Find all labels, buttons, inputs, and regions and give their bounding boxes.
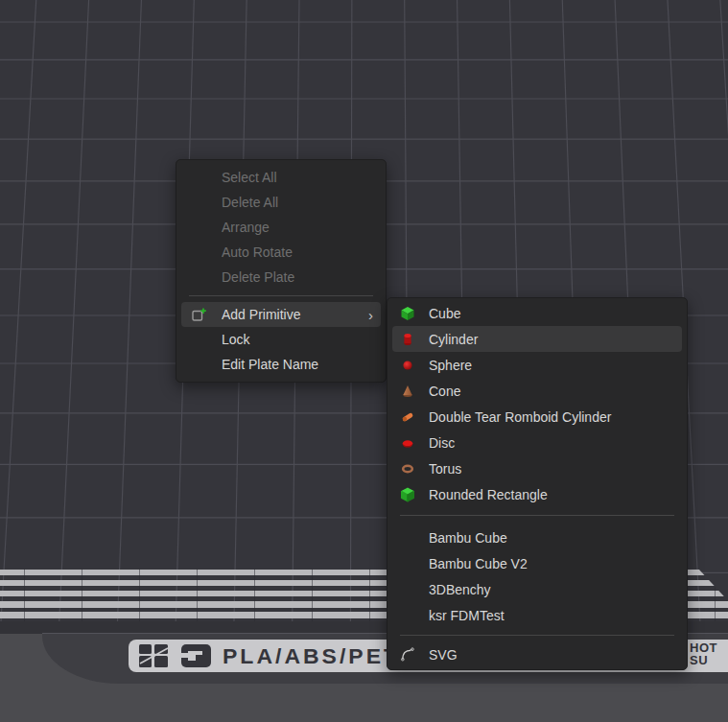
sphere-icon bbox=[400, 358, 415, 373]
menu-item-add-primitive[interactable]: Add Primitive › bbox=[181, 302, 381, 327]
submenu-item-rounded-rectangle[interactable]: Rounded Rectangle bbox=[392, 481, 682, 507]
menu-item-auto-rotate[interactable]: Auto Rotate bbox=[181, 240, 381, 265]
submenu-item-cylinder[interactable]: Cylinder bbox=[392, 326, 682, 352]
cylinder-icon bbox=[400, 332, 415, 347]
submenu-item-cube[interactable]: Cube bbox=[392, 300, 682, 326]
submenu-arrow-icon: › bbox=[368, 307, 373, 323]
bezier-curve-icon bbox=[400, 646, 415, 663]
torus-icon bbox=[400, 461, 415, 477]
menu-item-select-all[interactable]: Select All bbox=[181, 165, 381, 190]
rounded-rectangle-icon bbox=[400, 487, 415, 502]
studio-logo-icon bbox=[180, 643, 213, 668]
submenu-item-torus[interactable]: Torus bbox=[392, 455, 682, 481]
submenu-item-3dbenchy[interactable]: 3DBenchy bbox=[392, 576, 682, 602]
cube-icon bbox=[400, 306, 415, 321]
add-primitive-submenu: Cube Cylinder Sphere bbox=[387, 297, 688, 670]
submenu-item-ksr-fdmtest[interactable]: ksr FDMTest bbox=[392, 602, 682, 628]
submenu-item-svg[interactable]: SVG bbox=[392, 641, 682, 667]
submenu-item-sphere[interactable]: Sphere bbox=[392, 352, 682, 378]
menu-item-delete-plate[interactable]: Delete Plate bbox=[181, 265, 381, 290]
menu-item-edit-plate-name[interactable]: Edit Plate Name bbox=[181, 352, 381, 377]
romboid-cylinder-icon bbox=[400, 409, 415, 425]
menu-item-delete-all[interactable]: Delete All bbox=[181, 190, 381, 215]
cone-icon bbox=[400, 384, 415, 399]
add-primitive-icon bbox=[189, 307, 208, 323]
menu-separator bbox=[189, 295, 373, 296]
disc-icon bbox=[400, 435, 415, 451]
menu-item-lock[interactable]: Lock bbox=[181, 327, 381, 352]
submenu-item-cone[interactable]: Cone bbox=[392, 378, 682, 404]
viewport-3d: PLA/ABS/PETG HOT SU Select All Delete Al… bbox=[0, 0, 728, 722]
submenu-separator bbox=[400, 515, 674, 516]
bambu-logo-icon bbox=[138, 643, 171, 668]
submenu-separator bbox=[400, 635, 674, 636]
plate-context-menu: Select All Delete All Arrange Auto Rotat… bbox=[176, 159, 387, 383]
submenu-item-disc[interactable]: Disc bbox=[392, 430, 682, 455]
submenu-item-bambu-cube[interactable]: Bambu Cube bbox=[392, 524, 682, 550]
hot-surface-text-line2: SU bbox=[690, 655, 717, 666]
submenu-item-bambu-cube-v2[interactable]: Bambu Cube V2 bbox=[392, 550, 682, 576]
menu-item-arrange[interactable]: Arrange bbox=[181, 215, 381, 240]
submenu-item-romboid-cylinder[interactable]: Double Tear Romboid Cylinder bbox=[392, 404, 682, 430]
